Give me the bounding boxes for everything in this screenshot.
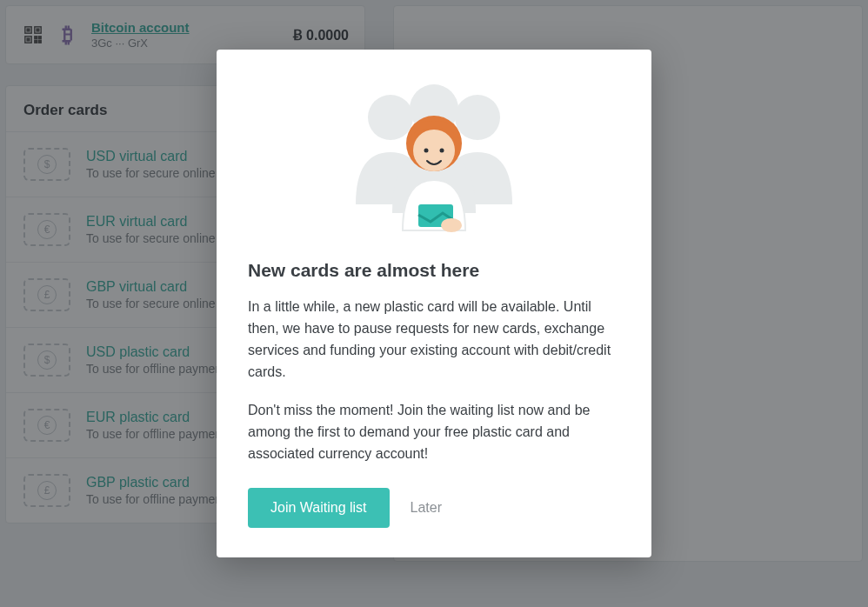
modal-actions: Join Waiting list Later bbox=[248, 488, 620, 528]
join-waiting-list-button[interactable]: Join Waiting list bbox=[248, 488, 390, 528]
people-card-icon bbox=[321, 83, 547, 239]
modal-paragraph-2: Don't miss the moment! Join the waiting … bbox=[248, 400, 620, 464]
svg-point-10 bbox=[368, 95, 413, 140]
svg-point-18 bbox=[441, 218, 462, 232]
svg-point-16 bbox=[440, 149, 444, 153]
modal-illustration bbox=[248, 83, 620, 239]
svg-point-15 bbox=[424, 149, 429, 153]
modal-paragraph-1: In a little while, a new plastic card wi… bbox=[248, 297, 620, 383]
new-cards-modal: New cards are almost here In a little wh… bbox=[217, 50, 651, 557]
modal-overlay: New cards are almost here In a little wh… bbox=[0, 0, 868, 607]
later-button[interactable]: Later bbox=[411, 500, 442, 516]
svg-point-11 bbox=[455, 95, 500, 140]
modal-title: New cards are almost here bbox=[248, 260, 620, 281]
